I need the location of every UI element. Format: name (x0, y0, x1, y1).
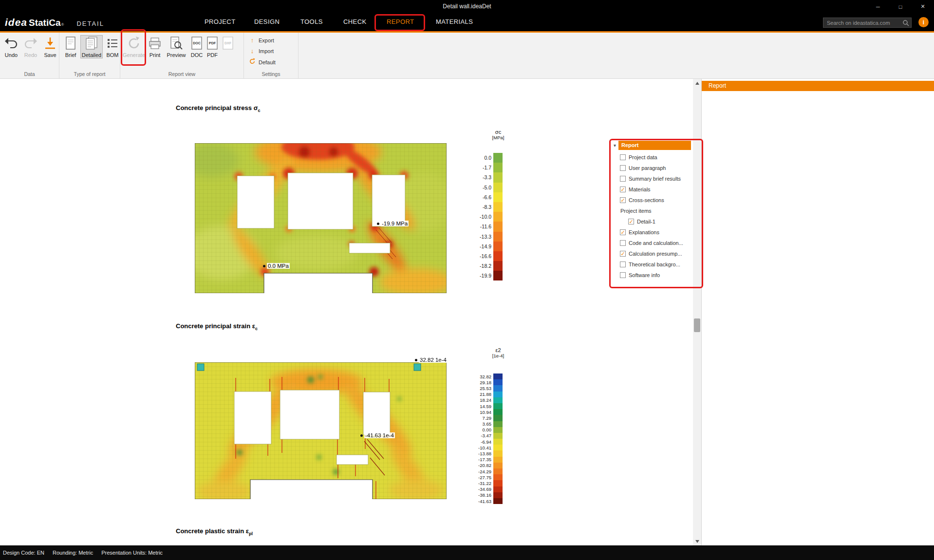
print-button[interactable]: Print (148, 36, 162, 58)
close-button[interactable]: ✕ (912, 0, 934, 13)
scroll-up-arrow-icon[interactable] (693, 79, 701, 87)
report-chapter-item[interactable]: Code and calculation... (620, 238, 691, 248)
legend-entry: -18.2 (475, 261, 503, 271)
stress-contour-plot (195, 143, 447, 293)
legend-color-swatch (493, 457, 503, 463)
statusbar: Design Code: EN Rounding: Metric Present… (0, 545, 934, 560)
checkbox-checked[interactable]: ✓ (620, 229, 626, 235)
app-logo: idea StatiCa ® DETAIL (5, 17, 104, 28)
section-heading-principal-strain: Concrete principal strain εc (176, 322, 258, 331)
checkbox-unchecked[interactable] (620, 261, 626, 267)
legend-entry: -10.41 (475, 445, 503, 450)
legend-entry: 25.53 (475, 385, 503, 391)
export-settings-button[interactable]: ↑ Export (249, 37, 298, 44)
legend-value: -13.88 (475, 451, 493, 456)
report-chapter-item[interactable]: ✓Detail-1 (628, 216, 691, 227)
ribbon-group-settings: ↑ Export ↓ Import Default Settings (244, 33, 299, 78)
checkbox-unchecked[interactable] (620, 176, 626, 182)
right-panel-header: Report (702, 81, 934, 91)
menu-tools[interactable]: TOOLS (300, 18, 323, 25)
checkbox-unchecked[interactable] (620, 165, 626, 171)
legend-entry: 0.00 (475, 427, 503, 433)
legend-color-swatch (493, 445, 503, 450)
report-chapter-item[interactable]: ✓Calculation presump... (620, 248, 691, 259)
window-controls: ─ □ ✕ (867, 0, 934, 13)
vertical-scrollbar[interactable] (693, 79, 701, 545)
legend-entry: -5.0 (475, 183, 503, 192)
doc-export-button[interactable]: DOC DOC (190, 36, 203, 58)
legend-entry: -19.9 (475, 271, 503, 280)
checkbox-checked[interactable]: ✓ (620, 197, 626, 203)
search-icon[interactable] (902, 19, 909, 28)
legend-value: 32.82 (475, 374, 493, 379)
info-icon[interactable]: i (918, 17, 929, 27)
svg-text:DOC: DOC (193, 41, 201, 45)
legend-entry: 21.88 (475, 392, 503, 397)
save-button[interactable]: Save (42, 36, 58, 58)
detailed-report-icon (85, 36, 98, 51)
menu-project[interactable]: PROJECT (205, 18, 235, 25)
brief-button[interactable]: Brief (63, 36, 78, 58)
strain-color-scale: 32.8229.1825.5321.8818.2414.5910.947.293… (475, 373, 503, 504)
titlebar: Detail wall.ideaDet ─ □ ✕ (0, 0, 934, 13)
import-settings-button[interactable]: ↓ Import (249, 47, 298, 55)
checkbox-unchecked[interactable] (620, 154, 626, 160)
bom-button[interactable]: BOM (105, 36, 120, 58)
maximize-button[interactable]: □ (889, 0, 912, 13)
report-chapter-item[interactable]: Project data (620, 152, 691, 163)
preview-button[interactable]: Preview (165, 36, 187, 58)
pdf-export-button[interactable]: PDF PDF (206, 36, 219, 58)
report-chapter-item[interactable]: ✓Cross-sections (620, 195, 691, 205)
legend-color-swatch (493, 192, 503, 202)
report-chapter-item[interactable]: ✓Materials (620, 184, 691, 195)
report-chapter-group-label: Project items (620, 205, 691, 216)
legend-color-swatch (493, 463, 503, 468)
scroll-down-arrow-icon[interactable] (693, 537, 701, 545)
section-heading-principal-stress: Concrete principal stress σc (176, 104, 261, 113)
product-name: DETAIL (76, 20, 104, 27)
group-label-type-of-report: Type of report (59, 71, 120, 77)
menu-design[interactable]: DESIGN (254, 18, 280, 25)
report-chapter-item[interactable]: Software info (620, 270, 691, 280)
minimize-button[interactable]: ─ (867, 0, 889, 13)
report-tree-header[interactable]: Report (618, 141, 691, 150)
menu-materials[interactable]: MATERIALS (436, 18, 473, 25)
checkbox-unchecked[interactable] (620, 272, 626, 278)
section-heading-plastic-strain: Concrete plastic strain εpl (176, 527, 253, 536)
report-chapter-item[interactable]: Theoretical backgro... (620, 259, 691, 270)
ribbon-group-data: Undo Redo Save Data (0, 33, 59, 78)
legend-value: 18.24 (475, 397, 493, 403)
window-title: Detail wall.ideaDet (443, 3, 491, 10)
checkbox-checked[interactable]: ✓ (620, 187, 626, 192)
chevron-down-icon[interactable]: ▾ (611, 143, 618, 148)
checkbox-unchecked[interactable] (620, 240, 626, 246)
legend-color-swatch (493, 397, 503, 403)
legend-entry: -20.82 (475, 463, 503, 468)
report-chapter-item[interactable]: Summary brief results (620, 173, 691, 184)
legend-color-swatch (493, 251, 503, 261)
scrollbar-thumb[interactable] (694, 318, 700, 332)
menu-report[interactable]: REPORT (387, 18, 414, 25)
legend-value: 0.00 (475, 427, 493, 432)
strain-legend-title: ε2 [1e-4] (481, 347, 515, 358)
detailed-button[interactable]: Detailed (81, 36, 102, 58)
undo-button[interactable]: Undo (3, 36, 19, 58)
menu-check[interactable]: CHECK (343, 18, 367, 25)
annotation-dot (415, 359, 417, 361)
checkbox-checked[interactable]: ✓ (620, 251, 626, 257)
chapter-label: Explanations (629, 229, 659, 235)
checkbox-checked[interactable]: ✓ (628, 219, 634, 224)
default-settings-button[interactable]: Default (249, 58, 298, 66)
ribbon: Undo Redo Save Data Brief (0, 33, 934, 79)
legend-color-swatch (493, 392, 503, 397)
report-chapter-item[interactable]: User paragraph (620, 163, 691, 173)
legend-color-swatch (493, 421, 503, 427)
generate-button: Generate (123, 36, 145, 58)
legend-color-swatch (493, 427, 503, 433)
legend-color-swatch (493, 172, 503, 182)
search-input[interactable] (823, 19, 911, 28)
annotation-dot (377, 223, 379, 225)
report-chapter-item[interactable]: ✓Explanations (620, 227, 691, 238)
chapter-label: Detail-1 (637, 219, 655, 224)
legend-entry: 10.94 (475, 409, 503, 415)
